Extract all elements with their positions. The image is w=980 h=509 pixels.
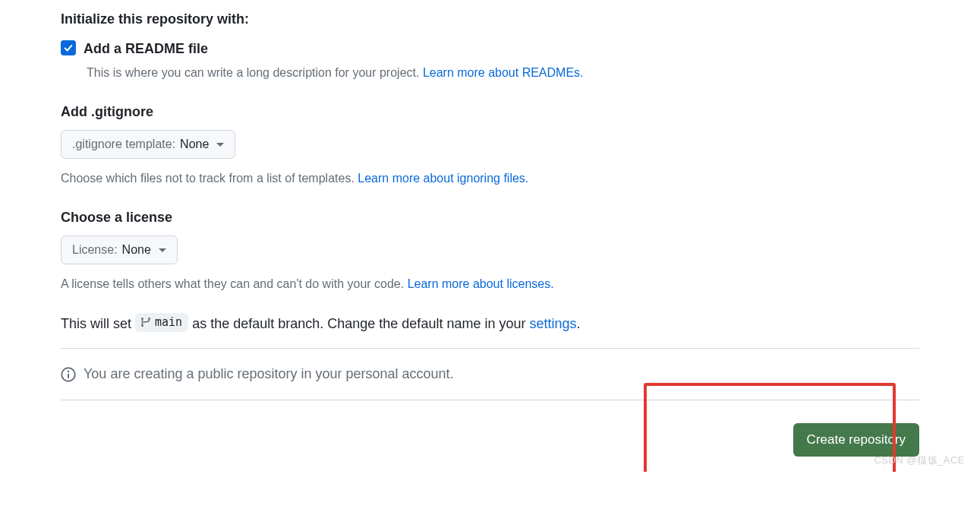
gitignore-heading: Add .gitignore	[61, 102, 919, 122]
license-learn-more-link[interactable]: Learn more about licenses.	[408, 277, 554, 290]
info-row: You are creating a public repository in …	[61, 364, 919, 384]
caret-down-icon	[159, 248, 166, 252]
license-help: A license tells others what they can and…	[61, 275, 919, 293]
default-branch-note: This will set main as the default branch…	[61, 313, 919, 334]
readme-description: This is where you can write a long descr…	[87, 64, 919, 82]
info-text: You are creating a public repository in …	[84, 364, 454, 384]
gitignore-dd-label: .gitignore template:	[72, 135, 175, 153]
license-dd-label: License:	[72, 241, 118, 259]
readme-label: Add a README file	[84, 39, 208, 59]
license-dropdown[interactable]: License: None	[61, 236, 178, 264]
create-repository-button[interactable]: Create repository	[793, 423, 919, 457]
settings-link[interactable]: settings	[529, 316, 576, 331]
license-heading: Choose a license	[61, 207, 919, 228]
info-icon	[61, 367, 76, 382]
license-dd-value: None	[122, 241, 151, 259]
branch-suffix: .	[577, 316, 581, 331]
branch-prefix: This will set	[61, 316, 135, 331]
svg-point-1	[68, 371, 70, 373]
check-icon	[63, 43, 74, 53]
watermark: CSDN @猫饭_ACE	[874, 453, 965, 468]
init-heading: Initialize this repository with:	[61, 9, 919, 30]
readme-desc-text: This is where you can write a long descr…	[87, 66, 423, 79]
svg-rect-2	[68, 374, 69, 378]
branch-name: main	[155, 314, 182, 331]
divider-2	[61, 400, 919, 400]
gitignore-learn-more-link[interactable]: Learn more about ignoring files.	[358, 172, 528, 185]
readme-checkbox[interactable]	[61, 40, 76, 55]
gitignore-template-dropdown[interactable]: .gitignore template: None	[61, 130, 235, 159]
gitignore-dd-value: None	[180, 135, 209, 153]
branch-mid: as the default branch. Change the defaul…	[192, 316, 529, 331]
readme-learn-more-link[interactable]: Learn more about READMEs.	[423, 66, 584, 79]
gitignore-help: Choose which files not to track from a l…	[61, 169, 919, 188]
caret-down-icon	[216, 143, 224, 147]
license-help-text: A license tells others what they can and…	[61, 277, 408, 290]
branch-pill: main	[135, 313, 188, 332]
git-branch-icon	[140, 316, 152, 328]
gitignore-help-text: Choose which files not to track from a l…	[61, 172, 358, 185]
divider	[61, 348, 919, 349]
